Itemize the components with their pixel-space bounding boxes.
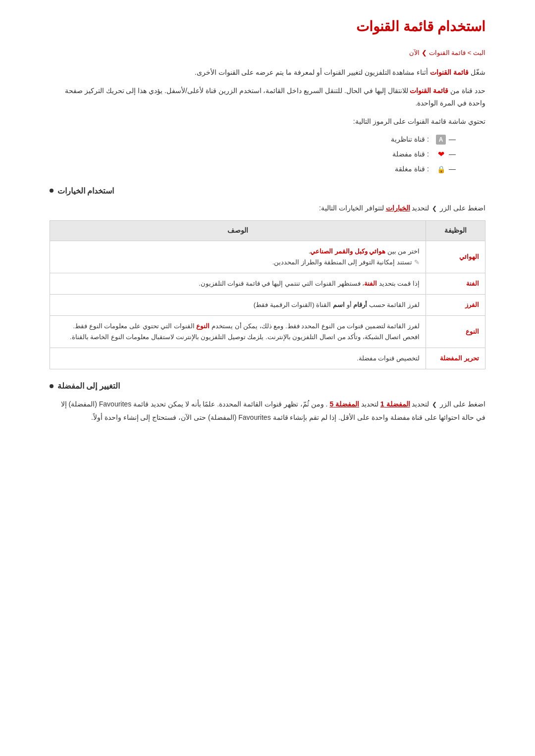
func-sort: الفرز xyxy=(426,294,485,315)
intro1-before: شغّل xyxy=(469,68,485,76)
sort-desc: لفرز القائمة حسب أرقام أو اسم القناة (ال… xyxy=(254,301,420,308)
options-table: الوظيفة الوصف الهوائي اختر من بين هوائي … xyxy=(50,220,485,369)
table-row: النوع لفرز القائمة لتضمين قنوات من النوع… xyxy=(50,315,485,348)
intro-para-2: حدد قناة من قائمة القنوات للانتقال إليها… xyxy=(50,85,485,109)
heart-icon: ❤ xyxy=(436,150,446,159)
icons-intro-text: تحتوي شاشة قائمة القنوات على الرموز التا… xyxy=(50,115,485,128)
func-category: الفنة xyxy=(426,273,485,294)
instr-end: لتتوافر الخيارات التالية: xyxy=(319,204,384,212)
instr-before: اضغط على الزر xyxy=(438,204,485,212)
page-title: استخدام قائمة القنوات xyxy=(50,15,485,39)
lock-icon: 🔒 xyxy=(436,164,446,174)
list-item: : قناة مغلقة 🔒 — xyxy=(50,163,456,175)
page-container: استخدام قائمة القنوات البث > قائمة القنو… xyxy=(30,0,505,444)
icon-label-analog: : قناة تناظرية xyxy=(391,134,429,146)
desc-before: اختر من بين xyxy=(385,248,420,255)
antenna-bold: هوائي وكبل والقمر الصناعي xyxy=(310,248,385,255)
breadcrumb-home[interactable]: البث xyxy=(473,49,485,56)
options-title-text: استخدام الخيارات xyxy=(57,184,114,198)
favourites-title-text: التغيير إلى المفضلة xyxy=(57,379,120,393)
bullet-icon xyxy=(50,189,54,193)
breadcrumb: البث > قائمة القنوات ❯ الآن xyxy=(50,48,485,58)
options-title: استخدام الخيارات xyxy=(50,184,485,198)
func-edit-fav: تحرير المفضلة xyxy=(426,348,485,369)
fav-link1[interactable]: المفضلة 1 xyxy=(380,400,410,408)
sort-bold2: اسم xyxy=(333,301,345,308)
breadcrumb-current[interactable]: قائمة القنوات xyxy=(429,49,466,56)
instr-after: لتحديد xyxy=(410,204,429,212)
options-link[interactable]: الخيارات xyxy=(386,204,410,212)
desc-category: إذا قمت بتحديد الفنة، فستظهر القنوات الت… xyxy=(50,273,426,294)
intro1-after: أثناء مشاهدة التلفزيون لتغيير القنوات أو… xyxy=(195,68,430,76)
type-bold: النوع xyxy=(196,322,210,330)
desc-type: لفرز القائمة لتضمين قنوات من النوع المحد… xyxy=(50,315,426,348)
chevron-icon: ❯ xyxy=(432,203,437,213)
fav-mid: لتحديد xyxy=(410,400,429,408)
cat-before: إذا قمت بتحديد xyxy=(377,280,420,287)
antenna-note: تستند إمكانية التوفر إلى المنطقة والطراز… xyxy=(272,258,412,266)
fav-before: اضغط على الزر xyxy=(438,400,485,408)
dash1: — xyxy=(449,134,456,146)
icon-label-fav: : قناة مفضلة xyxy=(392,149,429,160)
desc-sort: لفرز القائمة حسب أرقام أو اسم القناة (ال… xyxy=(50,294,426,315)
fav-link2[interactable]: المفضلة 5 xyxy=(329,400,359,408)
list-item: : قناة تناظرية A — xyxy=(50,134,456,146)
col-desc: الوصف xyxy=(50,220,426,241)
list-item: : قناة مفضلة ❤ — xyxy=(50,149,456,160)
table-row: تحرير المفضلة لتخصيص قنوات مفضلة. xyxy=(50,348,485,369)
type-before: لفرز القائمة لتضمين قنوات من النوع المحد… xyxy=(210,322,420,330)
analog-icon: A xyxy=(436,135,446,145)
sort-bold1: أرقام xyxy=(353,301,367,308)
dash3: — xyxy=(449,163,456,175)
table-row: الفنة إذا قمت بتحديد الفنة، فستظهر القنو… xyxy=(50,273,485,294)
func-type: النوع xyxy=(426,315,485,348)
favourites-title: التغيير إلى المفضلة xyxy=(50,379,485,393)
desc-edit-fav: لتخصيص قنوات مفضلة. xyxy=(50,348,426,369)
icons-list: : قناة تناظرية A — : قناة مفضلة ❤ — : قن… xyxy=(50,134,485,175)
bullet-icon-fav xyxy=(50,384,54,388)
intro1-link[interactable]: قائمة القنوات xyxy=(430,68,469,76)
desc-antenna: اختر من بين هوائي وكبل والقمر الصناعي. ✎… xyxy=(50,241,426,273)
fav-link2-intro: لتحديد xyxy=(359,400,378,408)
dash2: — xyxy=(449,149,456,160)
table-row: الفرز لفرز القائمة حسب أرقام أو اسم القن… xyxy=(50,294,485,315)
breadcrumb-separator: > xyxy=(466,49,471,56)
breadcrumb-now[interactable]: الآن xyxy=(409,49,420,56)
icon-label-locked: : قناة مغلقة xyxy=(395,163,429,175)
table-row: الهوائي اختر من بين هوائي وكبل والقمر ال… xyxy=(50,241,485,273)
intro-para-1: شغّل قائمة القنوات أثناء مشاهدة التلفزيو… xyxy=(50,66,485,79)
cat-bold: الفنة xyxy=(364,280,377,287)
edit-icon: ✎ xyxy=(414,258,420,266)
favourites-para: اضغط على الزر ❯ لتحديد المفضلة 1 لتحديد … xyxy=(50,398,485,424)
favourites-section: التغيير إلى المفضلة اضغط على الزر ❯ لتحد… xyxy=(50,379,485,424)
press-instruction: اضغط على الزر ❯ لتحديد الخيارات لتتوافر … xyxy=(50,202,485,214)
func-antenna: الهوائي xyxy=(426,241,485,273)
intro2-link[interactable]: قائمة القنوات xyxy=(410,87,448,95)
breadcrumb-arrow: ❯ xyxy=(420,49,427,56)
cat-after: ، فستظهر القنوات التي تنتمي إليها في قائ… xyxy=(199,280,364,287)
fav-chevron: ❯ xyxy=(432,399,437,410)
intro2-before: حدد قناة من xyxy=(448,87,485,95)
col-func: الوظيفة xyxy=(426,220,485,241)
options-section: استخدام الخيارات اضغط على الزر ❯ لتحديد … xyxy=(50,184,485,369)
